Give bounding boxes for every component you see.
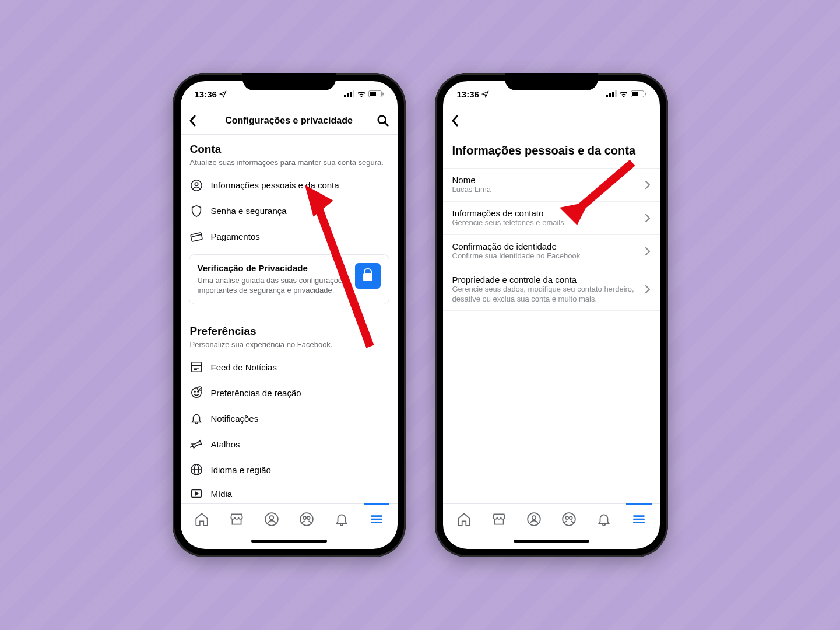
chevron-right-icon bbox=[645, 247, 651, 256]
status-time-group: 13:36 bbox=[457, 89, 489, 99]
phone-notch bbox=[505, 73, 598, 90]
privacy-card-text: Verificação de Privacidade Uma análise g… bbox=[198, 263, 348, 296]
menu-payments[interactable]: Pagamentos bbox=[181, 224, 398, 250]
menu-feed[interactable]: Feed de Notícias bbox=[181, 354, 398, 380]
hamburger-icon bbox=[631, 512, 646, 527]
chevron-left-icon bbox=[189, 115, 197, 127]
row-name-sub: Lucas Lima bbox=[452, 185, 639, 195]
row-contact-sub: Gerencie seus telefones e emails bbox=[452, 218, 639, 228]
tab-groups[interactable] bbox=[551, 504, 586, 534]
marketplace-icon bbox=[229, 512, 244, 527]
chevron-left-icon bbox=[451, 115, 459, 127]
row-contact-label: Informações de contato bbox=[452, 208, 639, 218]
bottom-tab-bar bbox=[181, 503, 398, 534]
groups-icon bbox=[561, 512, 577, 527]
menu-notifications[interactable]: Notificações bbox=[181, 405, 398, 431]
tab-notifications[interactable] bbox=[586, 504, 621, 534]
tab-menu[interactable] bbox=[621, 504, 656, 534]
bell-outline-icon bbox=[596, 512, 611, 527]
svg-rect-35 bbox=[609, 93, 611, 97]
privacy-check-card[interactable]: Verificação de Privacidade Uma análise g… bbox=[189, 254, 389, 304]
lock-icon bbox=[355, 263, 381, 289]
chevron-right-icon bbox=[645, 285, 651, 294]
status-time-group: 13:36 bbox=[195, 89, 227, 99]
menu-reactions[interactable]: Preferências de reação bbox=[181, 380, 398, 405]
section-conta-title: Conta bbox=[190, 143, 388, 156]
chevron-right-icon bbox=[645, 214, 651, 223]
svg-point-26 bbox=[300, 513, 313, 526]
nav-title: Configurações e privacidade bbox=[211, 116, 367, 126]
row-name-label: Nome bbox=[452, 175, 639, 185]
back-button[interactable] bbox=[451, 115, 468, 127]
wifi-icon bbox=[619, 90, 628, 97]
svg-line-11 bbox=[191, 235, 201, 237]
location-icon bbox=[219, 90, 227, 98]
menu-security[interactable]: Senha e segurança bbox=[181, 198, 398, 224]
profile-icon bbox=[526, 512, 542, 527]
svg-rect-36 bbox=[612, 92, 614, 97]
menu-language[interactable]: Idioma e região bbox=[181, 457, 398, 482]
privacy-card-title: Verificação de Privacidade bbox=[198, 263, 348, 273]
groups-icon bbox=[299, 512, 314, 527]
status-time: 13:36 bbox=[457, 89, 479, 99]
menu-payments-label: Pagamentos bbox=[211, 232, 260, 242]
back-button[interactable] bbox=[189, 115, 205, 127]
tab-marketplace[interactable] bbox=[219, 504, 254, 534]
menu-notifications-label: Notificações bbox=[211, 414, 259, 424]
tab-home[interactable] bbox=[447, 504, 481, 534]
svg-rect-12 bbox=[191, 362, 201, 372]
home-indicator[interactable] bbox=[181, 534, 398, 549]
svg-point-42 bbox=[532, 516, 536, 520]
row-contact-info[interactable]: Informações de contato Gerencie seus tel… bbox=[443, 201, 660, 235]
menu-personal-info[interactable]: Informações pessoais e da conta bbox=[181, 173, 398, 198]
cellular-icon bbox=[606, 90, 617, 97]
bell-outline-icon bbox=[334, 512, 349, 527]
row-ownership[interactable]: Propriedade e controle da conta Gerencie… bbox=[443, 268, 660, 312]
svg-point-17 bbox=[194, 391, 195, 392]
row-identity-sub: Confirme sua identidade no Facebook bbox=[452, 251, 639, 261]
location-icon bbox=[481, 90, 489, 98]
home-icon bbox=[194, 512, 209, 527]
tab-notifications[interactable] bbox=[324, 504, 359, 534]
search-icon bbox=[377, 114, 389, 127]
tab-menu[interactable] bbox=[359, 504, 394, 534]
home-indicator[interactable] bbox=[443, 534, 660, 549]
svg-rect-5 bbox=[370, 92, 376, 96]
menu-shortcuts[interactable]: Atalhos bbox=[181, 431, 398, 457]
marketplace-icon bbox=[491, 512, 507, 527]
menu-feed-label: Feed de Notícias bbox=[211, 362, 277, 372]
status-time: 13:36 bbox=[195, 89, 217, 99]
media-icon bbox=[190, 487, 203, 500]
phone-notch bbox=[242, 73, 336, 90]
wifi-icon bbox=[357, 90, 366, 97]
svg-rect-37 bbox=[615, 90, 617, 97]
bell-icon bbox=[190, 412, 203, 425]
svg-point-44 bbox=[565, 516, 568, 519]
tab-marketplace[interactable] bbox=[481, 504, 516, 534]
svg-rect-39 bbox=[632, 92, 638, 96]
tab-home[interactable] bbox=[184, 504, 219, 534]
menu-media[interactable]: Mídia bbox=[181, 482, 398, 500]
privacy-card-sub: Uma análise guiada das suas configuraçõe… bbox=[198, 275, 348, 296]
section-pref-sub: Personalize sua experiência no Facebook. bbox=[190, 340, 388, 350]
nav-header bbox=[443, 107, 660, 135]
reaction-icon bbox=[190, 386, 203, 399]
battery-icon bbox=[631, 90, 646, 97]
svg-rect-6 bbox=[382, 93, 384, 96]
row-name[interactable]: Nome Lucas Lima bbox=[443, 168, 660, 201]
row-identity[interactable]: Confirmação de identidade Confirme sua i… bbox=[443, 235, 660, 268]
settings-content: Conta Atualize suas informações para man… bbox=[181, 135, 398, 503]
phone-left: 13:36 Configurações e privacidade Conta bbox=[173, 73, 406, 557]
menu-reactions-label: Preferências de reação bbox=[211, 388, 301, 398]
tab-groups[interactable] bbox=[289, 504, 324, 534]
status-indicators bbox=[344, 90, 384, 97]
hamburger-icon bbox=[369, 512, 384, 527]
row-identity-label: Confirmação de identidade bbox=[452, 242, 639, 251]
page-title: Informações pessoais e da conta bbox=[443, 135, 660, 168]
tab-profile[interactable] bbox=[254, 504, 289, 534]
section-conta-sub: Atualize suas informações para manter su… bbox=[190, 158, 388, 168]
user-circle-icon bbox=[190, 179, 203, 192]
search-button[interactable] bbox=[373, 114, 389, 127]
section-divider bbox=[190, 313, 388, 313]
tab-profile[interactable] bbox=[516, 504, 551, 534]
